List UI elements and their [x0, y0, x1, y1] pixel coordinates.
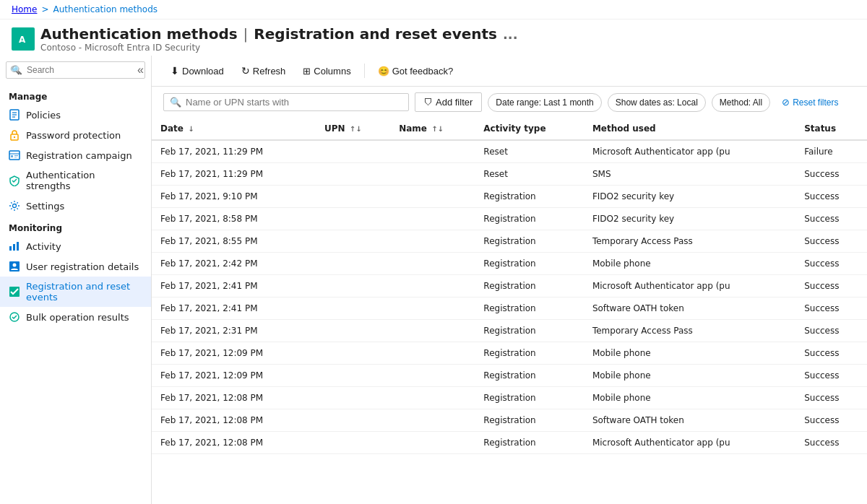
cell-date: Feb 17, 2021, 2:42 PM [152, 253, 316, 275]
cell-upn [316, 297, 390, 320]
cell-name [390, 275, 475, 297]
cell-name [390, 387, 475, 409]
download-button[interactable]: ⬇ Download [163, 61, 231, 80]
svg-point-13 [13, 204, 17, 208]
cell-status: Success [795, 365, 867, 387]
sidebar: 🔍 « Manage Policies Password protection … [0, 56, 152, 504]
filter-bar: 🔍 ⛉ Add filter Date range: Last 1 month … [152, 87, 867, 118]
cell-status: Success [795, 409, 867, 432]
table-row[interactable]: Feb 17, 2021, 8:58 PMRegistrationFIDO2 s… [152, 208, 867, 230]
sidebar-item-registration-events[interactable]: Registration and reset events [0, 277, 151, 307]
search-icon: 🔍 [12, 65, 22, 75]
policy-icon [9, 109, 20, 121]
table-row[interactable]: Feb 17, 2021, 11:29 PMResetSMSSuccess [152, 163, 867, 186]
sidebar-search-area: 🔍 « [0, 56, 151, 84]
cell-date: Feb 17, 2021, 11:29 PM [152, 140, 316, 163]
cell-upn [316, 186, 390, 208]
columns-button[interactable]: ⊞ Columns [296, 62, 358, 80]
method-filter-button[interactable]: Method: All [712, 93, 770, 112]
cell-name [390, 365, 475, 387]
sidebar-collapse-button[interactable]: « [137, 64, 144, 77]
col-date[interactable]: Date ↓ [152, 118, 316, 140]
data-table: Date ↓ UPN ↑↓ Name ↑↓ Activity type [152, 118, 867, 454]
table-row[interactable]: Feb 17, 2021, 8:55 PMRegistrationTempora… [152, 230, 867, 253]
search-input[interactable] [6, 61, 145, 79]
page-title-text: Authentication methods [40, 25, 238, 43]
sidebar-item-bulk-results[interactable]: Bulk operation results [0, 307, 151, 327]
svg-rect-10 [11, 155, 13, 157]
sort-date-icon: ↓ [188, 125, 194, 133]
cell-activity_type: Registration [475, 409, 584, 432]
table-row[interactable]: Feb 17, 2021, 12:09 PMRegistrationMobile… [152, 365, 867, 387]
cell-date: Feb 17, 2021, 12:09 PM [152, 342, 316, 365]
cell-name [390, 208, 475, 230]
reset-filters-button[interactable]: ⊘ Reset filters [776, 93, 844, 111]
sidebar-item-registration-campaign[interactable]: Registration campaign [0, 145, 151, 165]
col-activity-type[interactable]: Activity type [475, 118, 584, 140]
cell-upn [316, 365, 390, 387]
cell-upn [316, 320, 390, 342]
cell-status: Success [795, 275, 867, 297]
sidebar-item-password-protection[interactable]: Password protection [0, 125, 151, 145]
data-table-container: Date ↓ UPN ↑↓ Name ↑↓ Activity type [152, 118, 867, 504]
filter-search-input[interactable] [186, 97, 402, 108]
sidebar-item-settings[interactable]: Settings [0, 196, 151, 216]
cell-status: Failure [795, 140, 867, 163]
cell-activity_type: Registration [475, 342, 584, 365]
sidebar-item-policies[interactable]: Policies [0, 105, 151, 125]
cell-upn [316, 409, 390, 432]
sidebar-item-settings-label: Settings [26, 201, 64, 212]
cell-upn [316, 387, 390, 409]
user-icon [9, 261, 20, 272]
cell-status: Success [795, 342, 867, 365]
columns-icon: ⊞ [303, 66, 311, 77]
col-method[interactable]: Method used [584, 118, 795, 140]
more-button[interactable]: ... [503, 27, 518, 42]
table-row[interactable]: Feb 17, 2021, 9:10 PMRegistrationFIDO2 s… [152, 186, 867, 208]
date-range-button[interactable]: Date range: Last 1 month [488, 93, 601, 112]
col-status[interactable]: Status [795, 118, 867, 140]
table-row[interactable]: Feb 17, 2021, 2:41 PMRegistrationSoftwar… [152, 297, 867, 320]
feedback-button[interactable]: 😊 Got feedback? [371, 62, 461, 80]
breadcrumb: Home > Authentication methods [0, 0, 867, 19]
refresh-button[interactable]: ↻ Refresh [234, 61, 293, 80]
table-row[interactable]: Feb 17, 2021, 12:09 PMRegistrationMobile… [152, 342, 867, 365]
cell-method_used: Microsoft Authenticator app (pu [584, 432, 795, 454]
feedback-icon: 😊 [378, 66, 389, 77]
cell-status: Success [795, 253, 867, 275]
table-row[interactable]: Feb 17, 2021, 2:42 PMRegistrationMobile … [152, 253, 867, 275]
cell-activity_type: Reset [475, 163, 584, 186]
sidebar-item-activity-label: Activity [26, 241, 61, 252]
cell-status: Success [795, 186, 867, 208]
table-row[interactable]: Feb 17, 2021, 11:29 PMResetMicrosoft Aut… [152, 140, 867, 163]
cell-upn [316, 140, 390, 163]
breadcrumb-current[interactable]: Authentication methods [53, 4, 158, 14]
cell-method_used: Mobile phone [584, 365, 795, 387]
sidebar-item-activity[interactable]: Activity [0, 236, 151, 256]
monitoring-section-label: Monitoring [0, 216, 151, 236]
cell-status: Success [795, 387, 867, 409]
table-row[interactable]: Feb 17, 2021, 2:31 PMRegistrationTempora… [152, 320, 867, 342]
table-row[interactable]: Feb 17, 2021, 12:08 PMRegistrationSoftwa… [152, 409, 867, 432]
reg-events-icon [9, 286, 20, 297]
svg-rect-12 [14, 157, 17, 158]
cell-upn [316, 163, 390, 186]
table-row[interactable]: Feb 17, 2021, 12:08 PMRegistrationMicros… [152, 432, 867, 454]
add-filter-button[interactable]: ⛉ Add filter [415, 92, 482, 112]
cell-status: Success [795, 208, 867, 230]
page-org: Contoso - Microsoft Entra ID Security [40, 43, 518, 53]
cell-name [390, 230, 475, 253]
cell-date: Feb 17, 2021, 9:10 PM [152, 186, 316, 208]
filter-search-icon: 🔍 [170, 97, 181, 108]
sidebar-item-user-registration[interactable]: User registration details [0, 256, 151, 277]
col-upn[interactable]: UPN ↑↓ [316, 118, 390, 140]
cell-date: Feb 17, 2021, 8:55 PM [152, 230, 316, 253]
table-row[interactable]: Feb 17, 2021, 12:08 PMRegistrationMobile… [152, 387, 867, 409]
table-row[interactable]: Feb 17, 2021, 2:41 PMRegistrationMicroso… [152, 275, 867, 297]
sidebar-item-authentication-strengths[interactable]: Authentication strengths [0, 165, 151, 196]
cell-date: Feb 17, 2021, 2:41 PM [152, 275, 316, 297]
col-name[interactable]: Name ↑↓ [390, 118, 475, 140]
show-dates-button[interactable]: Show dates as: Local [608, 93, 706, 112]
cell-activity_type: Registration [475, 230, 584, 253]
breadcrumb-home[interactable]: Home [12, 4, 37, 14]
